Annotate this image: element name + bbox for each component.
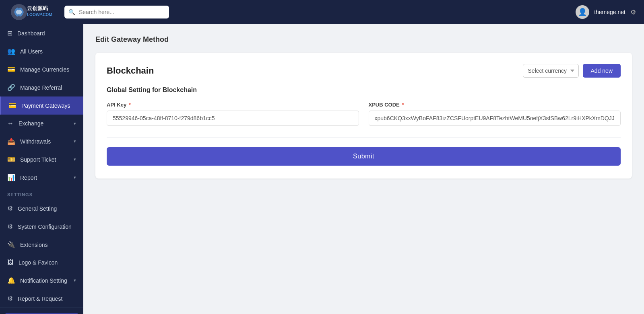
logo-icon: 🖼 (7, 259, 14, 266)
svg-text:LOOWP.COM: LOOWP.COM (27, 12, 52, 17)
xpub-code-group: XPUB CODE * (369, 102, 621, 126)
support-icon: 🎫 (7, 156, 15, 163)
sidebar-item-report[interactable]: 📊 Report ▾ (0, 168, 83, 187)
sidebar-item-withdrawals[interactable]: 📤 Withdrawals ▾ (0, 132, 83, 150)
add-new-button[interactable]: Add new (583, 64, 621, 78)
sidebar-item-label: Withdrawals (20, 138, 69, 145)
report-request-icon: ⚙ (7, 295, 13, 302)
sidebar-item-label: Exchange (19, 120, 69, 127)
gear-icon: ⚙ (7, 205, 13, 212)
card-header: Blockchain Select currency Add new (107, 64, 621, 78)
sidebar-item-label: Manage Referral (20, 84, 76, 91)
sidebar-item-extensions[interactable]: 🔌 Extensions (0, 236, 83, 254)
report-icon: 📊 (7, 174, 15, 181)
bell-icon: 🔔 (7, 277, 15, 284)
search-icon: 🔍 (68, 9, 75, 15)
select-currency-dropdown[interactable]: Select currency (523, 64, 579, 78)
sidebar-item-label: Logo & Favicon (19, 259, 76, 266)
sidebar-item-label: Notification Setting (20, 277, 69, 284)
gear-icon: ⚙ (7, 223, 13, 230)
card-header-actions: Select currency Add new (523, 64, 621, 78)
main-content: Edit Gateway Method Blockchain Select cu… (83, 24, 644, 314)
required-mark: * (400, 102, 404, 108)
sidebar-bottom: W Back To WordPress (0, 308, 83, 314)
sidebar-item-dashboard[interactable]: ⊞ Dashboard (0, 24, 83, 42)
logo: 云创源码 LOOWP.COM (8, 2, 56, 22)
blockchain-title: Blockchain (107, 66, 154, 76)
chevron-down-icon: ▾ (74, 175, 76, 180)
topbar-settings-icon[interactable]: ⚙ (630, 8, 636, 16)
xpub-code-input[interactable] (369, 111, 621, 126)
currencies-icon: 💳 (7, 66, 15, 73)
divider (107, 137, 621, 138)
sidebar-item-label: System Configuration (18, 224, 76, 230)
sidebar-item-label: Dashboard (17, 30, 76, 37)
exchange-icon: ↔ (7, 120, 14, 127)
sidebar-item-general-setting[interactable]: ⚙ General Setting (0, 199, 83, 218)
section-subtitle: Global Setting for Blockchain (107, 86, 621, 94)
topbar: 云创源码 LOOWP.COM 🔍 👤 themege.net ⚙ (0, 0, 644, 24)
settings-section-label: SETTINGS (0, 187, 83, 199)
chevron-down-icon: ▾ (74, 278, 76, 283)
sidebar-item-system-configuration[interactable]: ⚙ System Configuration (0, 218, 83, 236)
chevron-down-icon: ▾ (74, 121, 76, 126)
xpub-code-label: XPUB CODE * (369, 102, 621, 108)
chevron-down-icon: ▾ (74, 157, 76, 162)
page-title: Edit Gateway Method (95, 35, 632, 44)
api-key-input[interactable] (107, 111, 359, 126)
gateway-card: Blockchain Select currency Add new Globa… (95, 53, 632, 179)
form-grid: API Key * XPUB CODE * (107, 102, 621, 126)
topbar-right: 👤 themege.net ⚙ (576, 5, 636, 19)
sidebar: ⊞ Dashboard 👥 All Users 💳 Manage Currenc… (0, 24, 83, 314)
sidebar-item-label: Manage Currencies (20, 66, 76, 73)
layout: ⊞ Dashboard 👥 All Users 💳 Manage Currenc… (0, 24, 644, 314)
api-key-group: API Key * (107, 102, 359, 126)
sidebar-item-exchange[interactable]: ↔ Exchange ▾ (0, 115, 83, 132)
required-mark: * (127, 102, 131, 108)
search-input[interactable] (64, 6, 169, 18)
dashboard-icon: ⊞ (7, 29, 12, 37)
sidebar-item-notification-setting[interactable]: 🔔 Notification Setting ▾ (0, 271, 83, 289)
sidebar-item-label: Report (20, 174, 69, 181)
sidebar-item-logo-favicon[interactable]: 🖼 Logo & Favicon (0, 254, 83, 271)
sidebar-item-label: All Users (20, 48, 76, 55)
withdrawals-icon: 📤 (7, 138, 15, 145)
sidebar-item-label: General Setting (18, 205, 76, 212)
payment-icon: 💳 (8, 102, 17, 109)
users-icon: 👥 (7, 47, 15, 55)
submit-button[interactable]: Submit (107, 147, 621, 166)
sidebar-item-report-request[interactable]: ⚙ Report & Request (0, 289, 83, 308)
sidebar-item-manage-referral[interactable]: 🔗 Manage Referral (0, 78, 83, 96)
extensions-icon: 🔌 (7, 241, 15, 248)
username: themege.net (594, 9, 625, 15)
sidebar-item-all-users[interactable]: 👥 All Users (0, 42, 83, 60)
sidebar-item-payment-gateways[interactable]: 💳 Payment Gateways (0, 96, 83, 115)
search-wrap: 🔍 (64, 6, 169, 18)
sidebar-item-support-ticket[interactable]: 🎫 Support Ticket ▾ (0, 150, 83, 168)
sidebar-item-label: Report & Request (18, 296, 76, 302)
sidebar-item-label: Payment Gateways (21, 103, 76, 109)
avatar: 👤 (576, 5, 589, 19)
referral-icon: 🔗 (7, 84, 15, 91)
svg-text:云创源码: 云创源码 (27, 5, 48, 11)
sidebar-item-label: Extensions (20, 242, 76, 248)
sidebar-item-label: Support Ticket (20, 156, 69, 163)
chevron-down-icon: ▾ (74, 139, 76, 144)
api-key-label: API Key * (107, 102, 359, 108)
sidebar-item-manage-currencies[interactable]: 💳 Manage Currencies (0, 60, 83, 78)
